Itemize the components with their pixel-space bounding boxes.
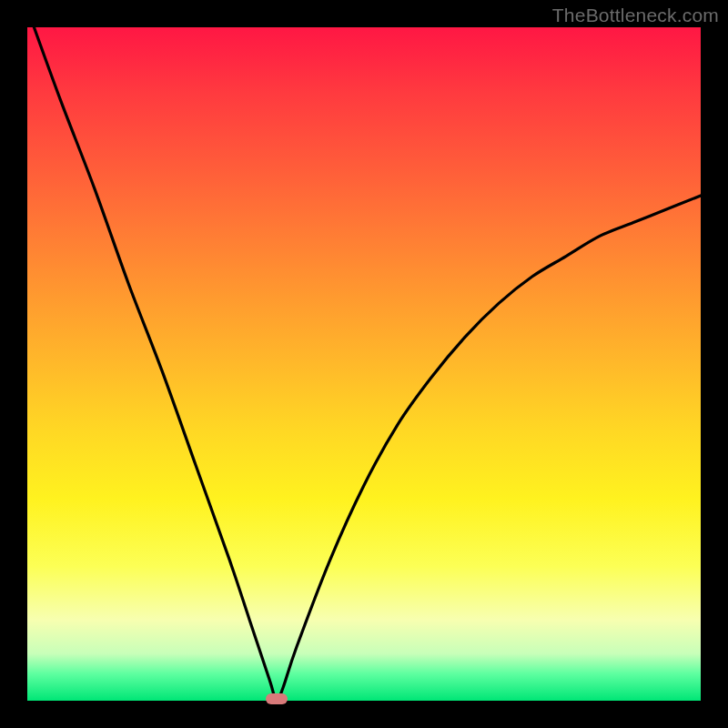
watermark-text: TheBottleneck.com [552,5,719,26]
bottleneck-curve [27,27,701,701]
chart-frame: TheBottleneck.com [0,0,728,728]
minimum-marker [266,693,288,704]
plot-area [27,27,701,701]
